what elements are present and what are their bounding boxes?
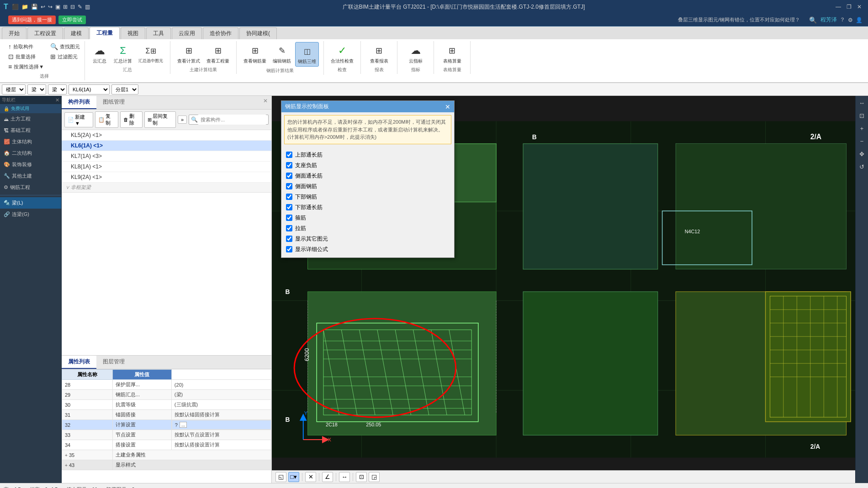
list-item-kl5[interactable]: KL5(2A) <1> [62,130,271,141]
tab-cloud-apps[interactable]: 云应用 [172,27,202,39]
delete-component-button[interactable]: 🗑删除 [120,111,143,128]
tab-start[interactable]: 开始 [2,27,26,39]
view-formula-button[interactable]: ⊞ 查看计算式 [175,42,202,66]
tab-modeling[interactable]: 建模 [64,27,89,39]
panel-close-icon[interactable]: ✕ [259,96,271,109]
qa-icon-9[interactable]: ✎ [78,4,82,10]
list-item-kl7[interactable]: KL7(1A) <3> [62,151,271,162]
close-button[interactable]: ✕ [854,3,864,11]
rebar-3d-button[interactable]: ◫ 钢筋三维 [295,42,319,67]
find-element-button[interactable]: 🔍 查找图元 [48,42,82,51]
select-box-button[interactable]: ◱ [275,472,286,482]
tab-quantities[interactable]: 工程量 [90,27,120,39]
nav-item-secondary-structure[interactable]: 🏠 二次结构 [0,147,61,159]
qa-icon-8[interactable]: ⊟ [70,4,75,10]
view-options-button[interactable]: ⊡ [356,472,367,482]
legality-check-button[interactable]: ✓ 合法性检查 [328,42,356,66]
nav-item-rebar[interactable]: ⚙ 钢筋工程 [0,182,61,193]
select-by-property-button[interactable]: ≡ 按属性选择▼ [6,62,46,71]
sidebar-fit-icon[interactable]: ⊡ [857,110,867,121]
prop-row-33-value[interactable]: 按默认节点设置计算 [171,430,271,440]
list-item-kl6[interactable]: KL6(1A) <1> [62,141,271,151]
qa-icon-10[interactable]: ▥ [85,4,90,10]
prop-row-28-value[interactable]: (20) [171,380,271,390]
qa-icon-5[interactable]: ↪ [48,4,53,10]
cancel-button-canvas[interactable]: ✕ [305,472,316,482]
nav-item-other-civil[interactable]: 🔧 其他土建 [0,170,61,182]
layer-select[interactable]: 分层1 [111,84,138,94]
more-button[interactable]: » [178,115,187,124]
checkbox-support-neg[interactable] [286,162,292,168]
calc-selected-button[interactable]: Σ⊞ 汇总选中图元 [136,42,165,66]
sidebar-zoom-in-icon[interactable]: + [857,123,867,133]
sidebar-rotate-icon[interactable]: ↺ [857,162,867,172]
prop-row-30-value[interactable]: (三级抗震) [171,400,271,410]
popup-close-button[interactable]: ✕ [445,103,450,110]
qa-icon-2[interactable]: 📁 [21,4,28,10]
new-component-button[interactable]: 📄新建▼ [64,112,93,127]
user-icon[interactable]: 👤 [856,17,863,23]
checkbox-stirrup[interactable] [286,215,292,221]
calc-summary-button[interactable]: Σ 汇总计算 [111,42,134,66]
tab-pricing-collab[interactable]: 造价协作 [203,27,238,39]
tab-tools[interactable]: 工具 [146,27,171,39]
angle-button[interactable]: ∠ [322,472,333,482]
pickup-component-button[interactable]: ↑ 拾取构件 [6,42,46,51]
tab-properties-list[interactable]: 属性列表 [62,356,96,369]
tab-component-list[interactable]: 构件列表 [62,96,96,109]
nav-item-coupling-beam[interactable]: 🔗 连梁(G) [0,209,61,220]
notification-try-button[interactable]: 立即尝试 [58,16,86,24]
qa-icon-7[interactable]: ⊞ [63,4,68,10]
checkbox-tie-bar[interactable] [286,225,292,231]
nav-close-icon[interactable]: ✕ [55,97,59,103]
group-header-non-frame[interactable]: ∨ 非框架梁 [62,183,271,193]
notification-contact-button[interactable]: 遇到问题，接一接 [8,16,56,24]
prop-row-31-value[interactable]: 按默认锚固搭接计算 [171,410,271,420]
checkbox-show-formula[interactable] [286,246,292,252]
tab-collab-modeling[interactable]: 协同建模( [239,27,277,39]
checkbox-other-elements[interactable] [286,236,292,242]
view-report-button[interactable]: ⊞ 查看报表 [368,42,391,66]
nav-item-decoration[interactable]: 🎨 装饰装修 [0,159,61,170]
expand-icon-35[interactable]: + [65,453,68,458]
nav-item-main-structure[interactable]: 🧱 主体结构 [0,136,61,147]
expand-icon-43[interactable]: + [65,463,68,468]
copy-component-button[interactable]: 📋复制 [95,111,119,128]
rect-select-button[interactable]: □▾ [288,472,299,482]
qa-icon-3[interactable]: 💾 [31,4,38,10]
settings-icon[interactable]: ⚙ [848,17,853,23]
minimize-button[interactable]: — [833,3,844,11]
checkbox-side-through[interactable] [286,173,292,179]
help-icon[interactable]: ？ [840,16,845,24]
table-calc-button[interactable]: ⊞ 表格算量 [441,42,464,66]
list-item-kl9[interactable]: KL9(2A) <1> [62,172,271,183]
view-rebar-qty-button[interactable]: ⊞ 查看钢筋量 [241,42,269,67]
checkbox-top-through[interactable] [286,152,292,158]
edit-rebar-button[interactable]: ✎ 编辑钢筋 [270,42,293,67]
qa-icon-4[interactable]: ↩ [41,4,45,10]
cloud-indicator-button[interactable]: ☁ 云指标 [406,42,426,66]
prop-row-29-value[interactable]: (梁) [171,390,271,400]
element-type-select[interactable]: 梁 [27,84,46,94]
checkbox-bottom-rebar[interactable] [286,194,292,200]
element-id-select[interactable]: KL6(1A) [69,84,110,94]
nav-item-beam[interactable]: 🔩 梁(L) [0,197,61,209]
view-quantities-button[interactable]: ⊞ 查看工程量 [204,42,232,66]
checkbox-side-rebar[interactable] [286,183,292,189]
floor-copy-button[interactable]: ⊞层间复制 [144,111,176,128]
nav-item-earthwork[interactable]: ⛰ 土方工程 [0,113,61,125]
calc-setting-btn[interactable]: ... [180,422,187,428]
component-search-input[interactable] [198,115,266,125]
sidebar-expand-icon[interactable]: ↔ [857,98,867,108]
fullscreen-button[interactable]: ◲ [369,472,380,482]
tab-view[interactable]: 视图 [121,27,145,39]
qa-icon-1[interactable]: ⬛ [12,4,19,10]
distance-button[interactable]: ↔ [339,472,350,482]
tab-layer-management[interactable]: 图层管理 [96,356,131,369]
element-subtype-select[interactable]: 梁 [48,84,67,94]
nav-item-free-trial[interactable]: 🔒 免费试用 [0,104,61,113]
floor-select[interactable]: 楼层 [2,84,26,94]
filter-element-button[interactable]: ⊞ 过滤图元 [48,52,82,61]
sidebar-pan-icon[interactable]: ✥ [857,149,867,159]
list-item-kl8[interactable]: KL8(1A) <1> [62,162,271,172]
